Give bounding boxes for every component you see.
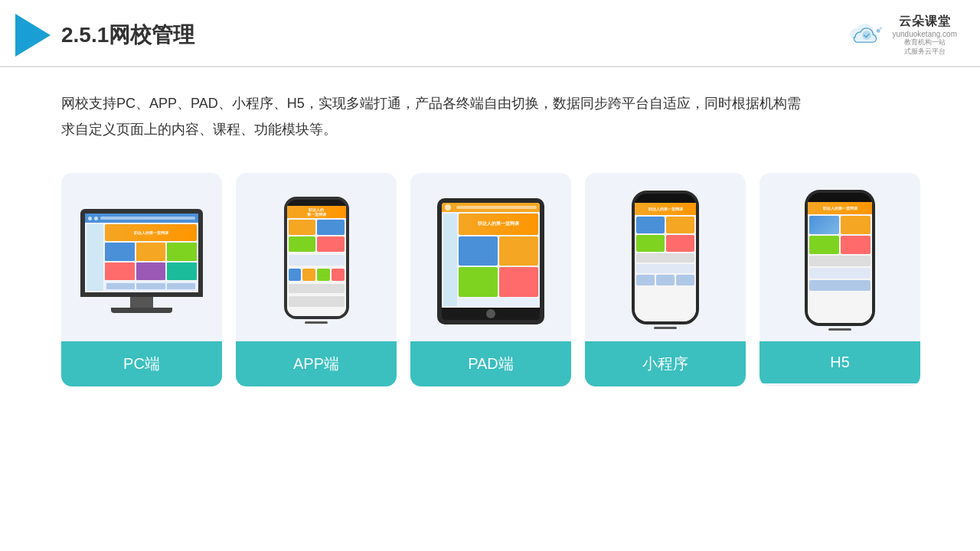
pad-label: PAD端 [410,341,571,386]
header-left: 2.5.1网校管理 [15,14,194,57]
pc-device-illustration: 职达人的第一堂网课 [80,209,203,313]
h5-label: H5 [760,341,920,383]
svg-point-0 [863,31,872,40]
svg-point-1 [877,29,880,33]
h5-card: 职达人的第一堂网课 [760,173,920,386]
logo-name: 云朵课堂 [899,14,951,30]
app-card: 职达人的第一堂网课 [236,173,397,386]
miniprogram-card: 职达人的第一堂网课 [585,173,746,386]
app-label: APP端 [236,341,397,386]
miniprogram-phone-illustration: 职达人的第一堂网课 [632,191,699,331]
pad-tablet-illustration: 职达人的第一堂网课 [437,198,544,324]
logo-url: yunduoketang.com [892,30,957,38]
pc-image-area: 职达人的第一堂网课 [61,173,222,341]
pc-card: 职达人的第一堂网课 [61,173,222,386]
miniprogram-label: 小程序 [585,341,746,386]
logo-text-area: 云朵课堂 yunduoketang.com 教育机构一站式服务云平台 [892,14,957,56]
logo-tagline: 教育机构一站式服务云平台 [904,38,946,56]
description-text: 网校支持PC、APP、PAD、小程序、H5，实现多端打通，产品各终端自由切换，数… [0,67,842,150]
h5-image-area: 职达人的第一堂网课 [760,173,920,341]
miniprogram-image-area: 职达人的第一堂网课 [585,173,746,341]
pad-image-area: 职达人的第一堂网课 [410,173,571,341]
device-cards-container: 职达人的第一堂网课 [0,150,980,402]
pc-label: PC端 [61,341,222,386]
page-title: 2.5.1网校管理 [61,21,194,50]
cloud-logo-icon [848,23,886,47]
logo-area: 云朵课堂 yunduoketang.com 教育机构一站式服务云平台 [848,14,957,56]
pad-card: 职达人的第一堂网课 [410,173,571,386]
pc-monitor: 职达人的第一堂网课 [80,209,203,297]
description-content: 网校支持PC、APP、PAD、小程序、H5，实现多端打通，产品各终端自由切换，数… [61,96,801,137]
play-icon [15,14,51,57]
svg-point-2 [880,27,882,29]
app-phone-illustration: 职达人的第一堂网课 [284,197,349,326]
page-header: 2.5.1网校管理 云朵课堂 yunduoketang.com 教育机构一站式服… [0,0,980,67]
h5-phone-illustration: 职达人的第一堂网课 [805,190,875,333]
app-image-area: 职达人的第一堂网课 [236,173,397,341]
